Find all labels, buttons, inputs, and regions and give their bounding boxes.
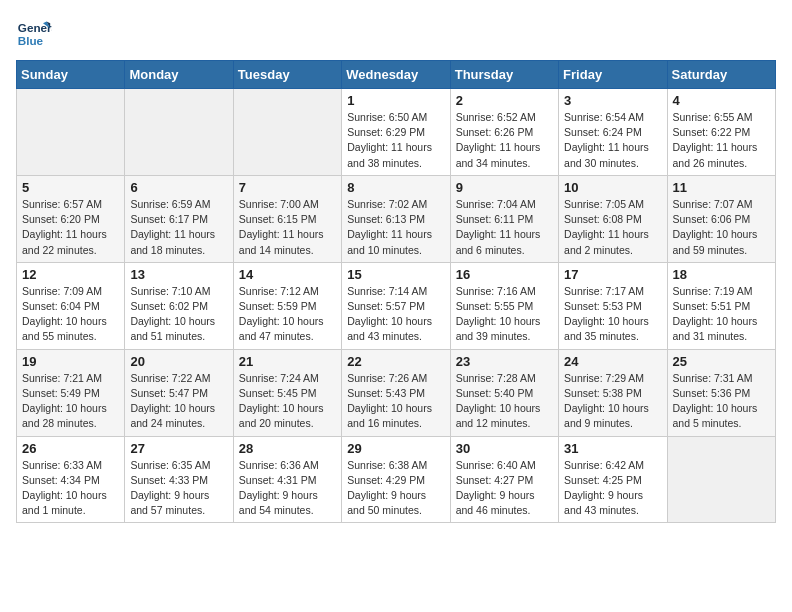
day-info: Sunrise: 7:29 AMSunset: 5:38 PMDaylight:… (564, 371, 661, 432)
day-info: Sunrise: 6:35 AMSunset: 4:33 PMDaylight:… (130, 458, 227, 519)
day-of-week-header: Monday (125, 61, 233, 89)
day-number: 3 (564, 93, 661, 108)
day-of-week-header: Thursday (450, 61, 558, 89)
calendar-day-cell: 3Sunrise: 6:54 AMSunset: 6:24 PMDaylight… (559, 89, 667, 176)
calendar-week-row: 1Sunrise: 6:50 AMSunset: 6:29 PMDaylight… (17, 89, 776, 176)
day-number: 9 (456, 180, 553, 195)
calendar-header-row: SundayMondayTuesdayWednesdayThursdayFrid… (17, 61, 776, 89)
day-info: Sunrise: 6:36 AMSunset: 4:31 PMDaylight:… (239, 458, 336, 519)
day-info: Sunrise: 7:16 AMSunset: 5:55 PMDaylight:… (456, 284, 553, 345)
calendar-day-cell: 7Sunrise: 7:00 AMSunset: 6:15 PMDaylight… (233, 175, 341, 262)
calendar-day-cell (233, 89, 341, 176)
day-number: 23 (456, 354, 553, 369)
calendar-week-row: 19Sunrise: 7:21 AMSunset: 5:49 PMDayligh… (17, 349, 776, 436)
calendar-day-cell: 10Sunrise: 7:05 AMSunset: 6:08 PMDayligh… (559, 175, 667, 262)
calendar-day-cell: 21Sunrise: 7:24 AMSunset: 5:45 PMDayligh… (233, 349, 341, 436)
calendar-week-row: 5Sunrise: 6:57 AMSunset: 6:20 PMDaylight… (17, 175, 776, 262)
calendar-day-cell: 18Sunrise: 7:19 AMSunset: 5:51 PMDayligh… (667, 262, 775, 349)
day-of-week-header: Friday (559, 61, 667, 89)
day-info: Sunrise: 7:19 AMSunset: 5:51 PMDaylight:… (673, 284, 770, 345)
day-number: 25 (673, 354, 770, 369)
calendar-week-row: 26Sunrise: 6:33 AMSunset: 4:34 PMDayligh… (17, 436, 776, 523)
day-info: Sunrise: 7:26 AMSunset: 5:43 PMDaylight:… (347, 371, 444, 432)
day-info: Sunrise: 7:09 AMSunset: 6:04 PMDaylight:… (22, 284, 119, 345)
day-info: Sunrise: 7:10 AMSunset: 6:02 PMDaylight:… (130, 284, 227, 345)
day-info: Sunrise: 7:00 AMSunset: 6:15 PMDaylight:… (239, 197, 336, 258)
svg-text:Blue: Blue (18, 34, 44, 47)
day-info: Sunrise: 6:52 AMSunset: 6:26 PMDaylight:… (456, 110, 553, 171)
day-number: 7 (239, 180, 336, 195)
calendar-day-cell (125, 89, 233, 176)
day-info: Sunrise: 7:05 AMSunset: 6:08 PMDaylight:… (564, 197, 661, 258)
day-info: Sunrise: 7:22 AMSunset: 5:47 PMDaylight:… (130, 371, 227, 432)
calendar-day-cell: 20Sunrise: 7:22 AMSunset: 5:47 PMDayligh… (125, 349, 233, 436)
day-info: Sunrise: 7:04 AMSunset: 6:11 PMDaylight:… (456, 197, 553, 258)
day-of-week-header: Saturday (667, 61, 775, 89)
day-info: Sunrise: 6:50 AMSunset: 6:29 PMDaylight:… (347, 110, 444, 171)
calendar-day-cell: 17Sunrise: 7:17 AMSunset: 5:53 PMDayligh… (559, 262, 667, 349)
calendar-day-cell: 1Sunrise: 6:50 AMSunset: 6:29 PMDaylight… (342, 89, 450, 176)
day-of-week-header: Wednesday (342, 61, 450, 89)
day-info: Sunrise: 7:31 AMSunset: 5:36 PMDaylight:… (673, 371, 770, 432)
day-number: 22 (347, 354, 444, 369)
day-number: 21 (239, 354, 336, 369)
day-number: 20 (130, 354, 227, 369)
day-number: 13 (130, 267, 227, 282)
day-info: Sunrise: 6:57 AMSunset: 6:20 PMDaylight:… (22, 197, 119, 258)
calendar-day-cell: 29Sunrise: 6:38 AMSunset: 4:29 PMDayligh… (342, 436, 450, 523)
day-number: 17 (564, 267, 661, 282)
day-number: 2 (456, 93, 553, 108)
day-info: Sunrise: 7:14 AMSunset: 5:57 PMDaylight:… (347, 284, 444, 345)
day-number: 1 (347, 93, 444, 108)
calendar-day-cell: 8Sunrise: 7:02 AMSunset: 6:13 PMDaylight… (342, 175, 450, 262)
calendar-day-cell: 12Sunrise: 7:09 AMSunset: 6:04 PMDayligh… (17, 262, 125, 349)
day-number: 10 (564, 180, 661, 195)
day-info: Sunrise: 6:59 AMSunset: 6:17 PMDaylight:… (130, 197, 227, 258)
calendar-day-cell: 11Sunrise: 7:07 AMSunset: 6:06 PMDayligh… (667, 175, 775, 262)
day-number: 15 (347, 267, 444, 282)
page-header: General Blue (16, 16, 776, 52)
calendar-day-cell: 9Sunrise: 7:04 AMSunset: 6:11 PMDaylight… (450, 175, 558, 262)
day-info: Sunrise: 6:55 AMSunset: 6:22 PMDaylight:… (673, 110, 770, 171)
calendar-table: SundayMondayTuesdayWednesdayThursdayFrid… (16, 60, 776, 523)
calendar-day-cell: 2Sunrise: 6:52 AMSunset: 6:26 PMDaylight… (450, 89, 558, 176)
day-info: Sunrise: 6:33 AMSunset: 4:34 PMDaylight:… (22, 458, 119, 519)
calendar-day-cell (667, 436, 775, 523)
day-number: 12 (22, 267, 119, 282)
calendar-day-cell: 26Sunrise: 6:33 AMSunset: 4:34 PMDayligh… (17, 436, 125, 523)
day-info: Sunrise: 6:38 AMSunset: 4:29 PMDaylight:… (347, 458, 444, 519)
day-info: Sunrise: 7:02 AMSunset: 6:13 PMDaylight:… (347, 197, 444, 258)
calendar-day-cell: 6Sunrise: 6:59 AMSunset: 6:17 PMDaylight… (125, 175, 233, 262)
day-number: 26 (22, 441, 119, 456)
calendar-day-cell: 5Sunrise: 6:57 AMSunset: 6:20 PMDaylight… (17, 175, 125, 262)
calendar-day-cell: 14Sunrise: 7:12 AMSunset: 5:59 PMDayligh… (233, 262, 341, 349)
calendar-day-cell: 30Sunrise: 6:40 AMSunset: 4:27 PMDayligh… (450, 436, 558, 523)
calendar-day-cell (17, 89, 125, 176)
day-number: 29 (347, 441, 444, 456)
calendar-day-cell: 15Sunrise: 7:14 AMSunset: 5:57 PMDayligh… (342, 262, 450, 349)
day-info: Sunrise: 6:42 AMSunset: 4:25 PMDaylight:… (564, 458, 661, 519)
calendar-day-cell: 24Sunrise: 7:29 AMSunset: 5:38 PMDayligh… (559, 349, 667, 436)
day-number: 11 (673, 180, 770, 195)
calendar-day-cell: 22Sunrise: 7:26 AMSunset: 5:43 PMDayligh… (342, 349, 450, 436)
day-number: 8 (347, 180, 444, 195)
calendar-day-cell: 16Sunrise: 7:16 AMSunset: 5:55 PMDayligh… (450, 262, 558, 349)
day-number: 27 (130, 441, 227, 456)
day-info: Sunrise: 7:17 AMSunset: 5:53 PMDaylight:… (564, 284, 661, 345)
day-info: Sunrise: 7:21 AMSunset: 5:49 PMDaylight:… (22, 371, 119, 432)
calendar-day-cell: 23Sunrise: 7:28 AMSunset: 5:40 PMDayligh… (450, 349, 558, 436)
calendar-day-cell: 27Sunrise: 6:35 AMSunset: 4:33 PMDayligh… (125, 436, 233, 523)
day-of-week-header: Sunday (17, 61, 125, 89)
day-info: Sunrise: 7:24 AMSunset: 5:45 PMDaylight:… (239, 371, 336, 432)
day-number: 30 (456, 441, 553, 456)
day-number: 28 (239, 441, 336, 456)
day-info: Sunrise: 7:12 AMSunset: 5:59 PMDaylight:… (239, 284, 336, 345)
calendar-week-row: 12Sunrise: 7:09 AMSunset: 6:04 PMDayligh… (17, 262, 776, 349)
calendar-day-cell: 31Sunrise: 6:42 AMSunset: 4:25 PMDayligh… (559, 436, 667, 523)
logo-icon: General Blue (16, 16, 52, 52)
calendar-day-cell: 19Sunrise: 7:21 AMSunset: 5:49 PMDayligh… (17, 349, 125, 436)
day-info: Sunrise: 7:07 AMSunset: 6:06 PMDaylight:… (673, 197, 770, 258)
calendar-day-cell: 28Sunrise: 6:36 AMSunset: 4:31 PMDayligh… (233, 436, 341, 523)
calendar-day-cell: 13Sunrise: 7:10 AMSunset: 6:02 PMDayligh… (125, 262, 233, 349)
day-info: Sunrise: 6:40 AMSunset: 4:27 PMDaylight:… (456, 458, 553, 519)
